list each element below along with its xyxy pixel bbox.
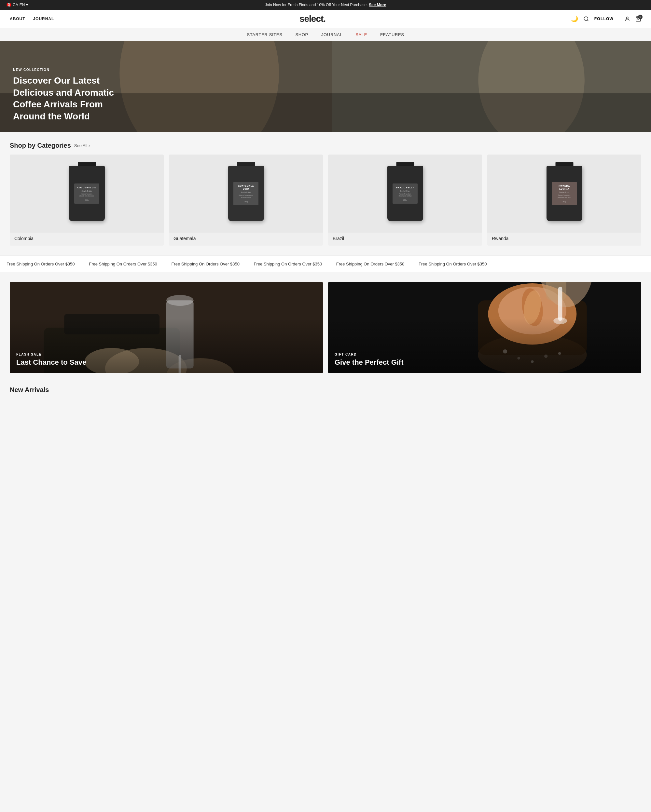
category-name-colombia: Colombia — [10, 233, 164, 246]
dark-mode-button[interactable]: 🌙 — [571, 15, 578, 23]
shipping-message-6: Free Shipping On Orders Over $350 — [419, 261, 487, 266]
flag-icon: 🇨🇦 — [6, 3, 11, 7]
shipping-message-2: Free Shipping On Orders Over $350 — [89, 261, 157, 266]
site-logo[interactable]: select. — [300, 14, 326, 24]
svg-point-0 — [584, 17, 588, 20]
hero-badge: NEW COLLECTION — [13, 68, 638, 72]
flash-sale-overlay: FLASH SALE Last Chance to Save — [10, 282, 323, 373]
svg-point-2 — [626, 17, 628, 19]
shipping-banner: Free Shipping On Orders Over $350 Free S… — [0, 255, 651, 272]
shipping-message-3: Free Shipping On Orders Over $350 — [171, 261, 240, 266]
announcement-cta[interactable]: See More — [369, 3, 386, 7]
shipping-ticker: Free Shipping On Orders Over $350 Free S… — [0, 261, 494, 266]
nav-about[interactable]: ABOUT — [10, 17, 25, 21]
account-button[interactable] — [624, 16, 630, 22]
announcement-message: Join Now for Fresh Finds and 10% Off You… — [265, 3, 387, 7]
search-button[interactable] — [583, 16, 589, 22]
locale-lang: EN — [20, 3, 25, 7]
header-divider — [619, 16, 619, 22]
category-card-rwanda[interactable]: RWANDA LUMINA Single Origin Notes of ras… — [487, 154, 641, 246]
category-image-brazil: BRAZIL BELLA Single Origin Notes of haze… — [328, 154, 482, 233]
locale-region: CA — [13, 3, 18, 7]
gift-card-badge: GIFT CARD — [335, 353, 635, 356]
cart-count: 0 — [638, 15, 643, 19]
categories-section: Shop by Categories See All COLOMBIA DIN … — [0, 132, 651, 252]
promo-grid: FLASH SALE Last Chance to Save — [0, 276, 651, 380]
promo-card-gift-card[interactable]: GIFT CARD Give the Perfect Gift — [328, 282, 641, 373]
flash-sale-badge: FLASH SALE — [16, 353, 316, 356]
see-all-link[interactable]: See All — [74, 143, 90, 148]
category-image-guatemala: GUATEMALA OWO Single Origin Notes of bro… — [169, 154, 323, 233]
category-card-brazil[interactable]: BRAZIL BELLA Single Origin Notes of haze… — [328, 154, 482, 246]
new-arrivals-section: New Arrivals — [0, 380, 651, 397]
nav-journal[interactable]: JOURNAL — [33, 17, 54, 21]
locale-selector[interactable]: 🇨🇦 CA EN ▾ — [6, 3, 28, 7]
nav-starter-sites[interactable]: STARTER SITES — [247, 32, 282, 37]
hero-title: Discover Our Latest Delicious and Aromat… — [13, 75, 124, 122]
svg-line-1 — [587, 20, 588, 21]
promo-card-flash-sale[interactable]: FLASH SALE Last Chance to Save — [10, 282, 323, 373]
main-nav: STARTER SITES SHOP JOURNAL SALE FEATURES — [0, 28, 651, 41]
gift-card-overlay: GIFT CARD Give the Perfect Gift — [328, 282, 641, 373]
hero-overlay: NEW COLLECTION Discover Our Latest Delic… — [0, 41, 651, 132]
shipping-message-4: Free Shipping On Orders Over $350 — [254, 261, 322, 266]
category-name-guatemala: Guatemala — [169, 233, 323, 246]
categories-title: Shop by Categories — [10, 142, 71, 149]
shipping-message-5: Free Shipping On Orders Over $350 — [336, 261, 405, 266]
nav-shop[interactable]: SHOP — [296, 32, 308, 37]
follow-button[interactable]: FOLLOW — [594, 17, 614, 21]
nav-journal[interactable]: JOURNAL — [321, 32, 342, 37]
header-right-actions: 🌙 FOLLOW 0 — [571, 15, 641, 23]
flash-sale-title: Last Chance to Save — [16, 358, 316, 366]
category-grid: COLOMBIA DIN Single Origin Notes of cara… — [10, 154, 641, 246]
announcement-bar: 🇨🇦 CA EN ▾ Join Now for Fresh Finds and … — [0, 0, 651, 10]
category-name-brazil: Brazil — [328, 233, 482, 246]
cart-button[interactable]: 0 — [636, 16, 641, 22]
main-header: ABOUT JOURNAL select. 🌙 FOLLOW 0 — [0, 10, 651, 28]
nav-features[interactable]: FEATURES — [380, 32, 404, 37]
nav-sale[interactable]: SALE — [355, 32, 367, 37]
hero-section: NEW COLLECTION Discover Our Latest Delic… — [0, 41, 651, 132]
category-name-rwanda: Rwanda — [487, 233, 641, 246]
category-card-guatemala[interactable]: GUATEMALA OWO Single Origin Notes of bro… — [169, 154, 323, 246]
categories-header: Shop by Categories See All — [10, 142, 641, 149]
shipping-message-1: Free Shipping On Orders Over $350 — [6, 261, 75, 266]
category-image-rwanda: RWANDA LUMINA Single Origin Notes of ras… — [487, 154, 641, 233]
category-image-colombia: COLOMBIA DIN Single Origin Notes of cara… — [10, 154, 164, 233]
gift-card-title: Give the Perfect Gift — [335, 358, 635, 366]
new-arrivals-title: New Arrivals — [10, 386, 641, 394]
chevron-down-icon: ▾ — [26, 3, 28, 7]
header-left-nav: ABOUT JOURNAL — [10, 17, 54, 21]
category-card-colombia[interactable]: COLOMBIA DIN Single Origin Notes of cara… — [10, 154, 164, 246]
